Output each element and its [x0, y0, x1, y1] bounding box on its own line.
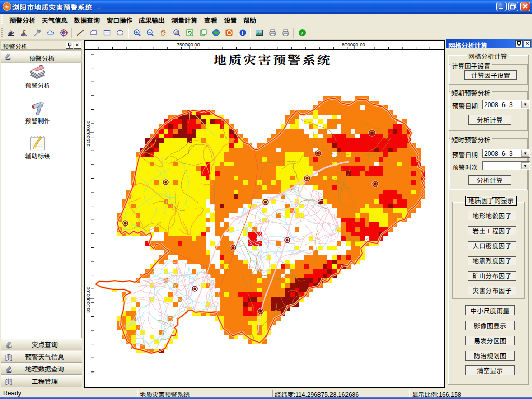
svg-text:dy: dy — [5, 4, 9, 9]
svg-text:750000.00: 750000.00 — [177, 42, 200, 47]
svg-text:3100000.00: 3100000.00 — [85, 287, 91, 313]
svg-text:800000.00: 800000.00 — [342, 42, 365, 47]
svg-text:i: i — [242, 30, 243, 36]
svg-text:?: ? — [301, 30, 304, 36]
svg-text:3150000.00: 3150000.00 — [85, 121, 91, 147]
svg-text:@: @ — [175, 30, 179, 35]
